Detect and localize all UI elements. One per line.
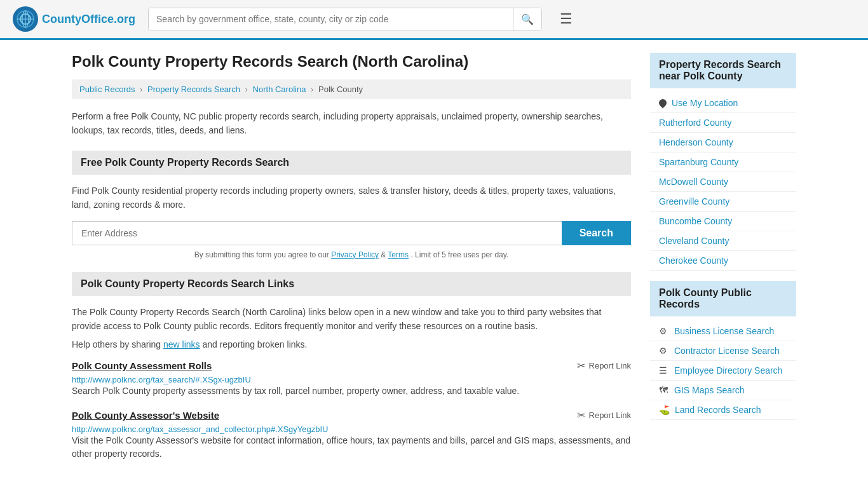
search-submit-button[interactable]: Search (562, 221, 631, 245)
main-container: Polk County Property Records Search (Nor… (59, 40, 809, 486)
link-item-title: Polk County Assessor's Website (72, 410, 219, 421)
page-title: Polk County Property Records Search (Nor… (72, 53, 631, 71)
nearby-section: Property Records Search near Polk County… (650, 53, 796, 271)
map-icon: 🗺 (659, 385, 669, 395)
search-icon: 🔍 (521, 14, 534, 25)
gear-icon: ⚙ (659, 346, 669, 356)
assessment-rolls-url[interactable]: http://www.polknc.org/tax_search/#.XSgx-… (72, 375, 251, 384)
search-form: Search (72, 221, 631, 245)
terms-link[interactable]: Terms (388, 250, 409, 259)
links-description: The Polk County Property Records Search … (72, 305, 631, 334)
header-search-bar: 🔍 (148, 8, 542, 31)
privacy-policy-link[interactable]: Privacy Policy (331, 250, 379, 259)
sidebar-item-contractor-license[interactable]: ⚙ Contractor License Search (650, 341, 796, 361)
sidebar-item-henderson[interactable]: Henderson County (650, 133, 796, 152)
free-search-section: Free Polk County Property Records Search… (72, 151, 631, 259)
land-icon: ⛳ (659, 405, 670, 415)
breadcrumb-property-records-search[interactable]: Property Records Search (147, 85, 240, 94)
sidebar-item-cherokee[interactable]: Cherokee County (650, 251, 796, 271)
assessment-rolls-desc: Search Polk County property assessments … (72, 384, 631, 398)
breadcrumb-current: Polk County (318, 85, 363, 94)
report-link-button[interactable]: ✂ Report Link (577, 409, 631, 421)
sidebar-item-cleveland[interactable]: Cleveland County (650, 231, 796, 251)
sidebar: Property Records Search near Polk County… (650, 53, 796, 473)
free-search-description: Find Polk County residential property re… (72, 184, 631, 212)
form-disclaimer: By submitting this form you agree to our… (72, 250, 631, 259)
link-item-title: Polk County Assessment Rolls (72, 360, 212, 371)
sidebar-item-rutherford[interactable]: Rutherford County (650, 113, 796, 133)
assessor-website-desc: Visit the Polk County Assessor's website… (72, 434, 631, 461)
sidebar-item-spartanburg[interactable]: Spartanburg County (650, 152, 796, 172)
logo-icon (13, 6, 38, 32)
sidebar-item-mcdowell[interactable]: McDowell County (650, 172, 796, 192)
links-section: Polk County Property Records Search Link… (72, 272, 631, 461)
link-item: Polk County Assessment Rolls ✂ Report Li… (72, 360, 631, 398)
links-section-header: Polk County Property Records Search Link… (72, 272, 631, 296)
assessment-rolls-link[interactable]: Polk County Assessment Rolls (72, 360, 212, 371)
report-link-button[interactable]: ✂ Report Link (577, 360, 631, 372)
page-description: Perform a free Polk County, NC public pr… (72, 109, 631, 138)
new-links-link[interactable]: new links (163, 339, 200, 349)
hamburger-icon: ☰ (560, 11, 573, 27)
breadcrumb-north-carolina[interactable]: North Carolina (253, 85, 306, 94)
public-records-section: Polk County Public Records ⚙ Business Li… (650, 281, 796, 420)
logo[interactable]: CountyOffice.org (13, 6, 135, 32)
sidebar-item-buncombe[interactable]: Buncombe County (650, 212, 796, 231)
use-my-location-link[interactable]: Use My Location (650, 93, 796, 113)
report-icon: ✂ (577, 360, 585, 372)
assessor-website-link[interactable]: Polk County Assessor's Website (72, 410, 219, 421)
address-input[interactable] (72, 221, 562, 245)
free-search-header: Free Polk County Property Records Search (72, 151, 631, 175)
content-area: Polk County Property Records Search (Nor… (72, 53, 631, 473)
share-links-text: Help others by sharing new links and rep… (72, 339, 631, 349)
assessor-website-url[interactable]: http://www.polknc.org/tax_assessor_and_c… (72, 424, 328, 434)
header: CountyOffice.org 🔍 ☰ (0, 0, 868, 40)
sidebar-item-gis-maps[interactable]: 🗺 GIS Maps Search (650, 381, 796, 400)
sidebar-item-business-license[interactable]: ⚙ Business License Search (650, 322, 796, 341)
report-icon: ✂ (577, 409, 585, 421)
logo-text: CountyOffice.org (42, 13, 135, 26)
header-search-button[interactable]: 🔍 (513, 8, 541, 30)
link-item: Polk County Assessor's Website ✂ Report … (72, 409, 631, 461)
gear-icon: ⚙ (659, 326, 669, 336)
sidebar-item-land-records[interactable]: ⛳ Land Records Search (650, 400, 796, 420)
list-icon: ☰ (659, 365, 669, 376)
hamburger-menu-button[interactable]: ☰ (555, 8, 578, 30)
breadcrumb-public-records[interactable]: Public Records (79, 85, 135, 94)
header-search-input[interactable] (149, 8, 513, 30)
location-icon (658, 98, 668, 109)
nearby-section-header: Property Records Search near Polk County (650, 53, 796, 88)
sidebar-item-employee-directory[interactable]: ☰ Employee Directory Search (650, 361, 796, 381)
breadcrumb: Public Records › Property Records Search… (72, 79, 631, 99)
sidebar-item-greenville[interactable]: Greenville County (650, 192, 796, 212)
public-records-header: Polk County Public Records (650, 281, 796, 316)
